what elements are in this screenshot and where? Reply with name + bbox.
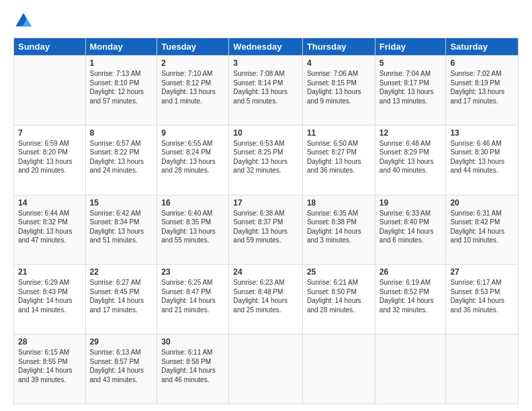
cell-info: Sunrise: 7:04 AMSunset: 8:17 PMDaylight:… <box>380 69 442 105</box>
cell-info: Sunrise: 6:11 AMSunset: 8:58 PMDaylight:… <box>161 348 224 384</box>
calendar-cell: 19Sunrise: 6:33 AMSunset: 8:40 PMDayligh… <box>375 195 446 265</box>
calendar-cell: 12Sunrise: 6:48 AMSunset: 8:29 PMDayligh… <box>375 125 446 195</box>
cell-info: Sunrise: 6:33 AMSunset: 8:40 PMDaylight:… <box>380 209 442 245</box>
calendar-cell: 9Sunrise: 6:55 AMSunset: 8:24 PMDaylight… <box>157 125 229 195</box>
calendar-cell: 29Sunrise: 6:13 AMSunset: 8:57 PMDayligh… <box>85 334 157 404</box>
calendar-cell: 15Sunrise: 6:42 AMSunset: 8:34 PMDayligh… <box>85 195 157 265</box>
calendar-cell: 24Sunrise: 6:23 AMSunset: 8:48 PMDayligh… <box>229 265 303 334</box>
cell-info: Sunrise: 6:21 AMSunset: 8:50 PMDaylight:… <box>307 278 371 314</box>
date-number: 16 <box>161 198 224 208</box>
cell-info: Sunrise: 6:50 AMSunset: 8:27 PMDaylight:… <box>307 139 371 175</box>
cell-info: Sunrise: 6:31 AMSunset: 8:42 PMDaylight:… <box>450 209 514 245</box>
date-number: 21 <box>18 267 81 277</box>
date-number: 27 <box>450 267 514 277</box>
calendar-cell: 23Sunrise: 6:25 AMSunset: 8:47 PMDayligh… <box>157 265 229 334</box>
day-header: Sunday <box>14 38 86 56</box>
calendar-cell: 27Sunrise: 6:17 AMSunset: 8:53 PMDayligh… <box>446 265 519 334</box>
calendar-cell: 22Sunrise: 6:27 AMSunset: 8:45 PMDayligh… <box>85 265 157 334</box>
date-number: 18 <box>307 198 371 208</box>
day-header: Tuesday <box>157 38 229 56</box>
calendar-cell: 18Sunrise: 6:35 AMSunset: 8:38 PMDayligh… <box>302 195 375 265</box>
date-number: 12 <box>380 128 442 138</box>
day-header: Saturday <box>446 38 519 56</box>
cell-info: Sunrise: 6:35 AMSunset: 8:38 PMDaylight:… <box>307 209 371 245</box>
header <box>13 11 519 31</box>
page: SundayMondayTuesdayWednesdayThursdayFrid… <box>0 0 532 411</box>
date-number: 30 <box>161 337 224 347</box>
cell-info: Sunrise: 7:10 AMSunset: 8:12 PMDaylight:… <box>161 69 224 105</box>
date-number: 20 <box>450 198 514 208</box>
calendar-cell: 8Sunrise: 6:57 AMSunset: 8:22 PMDaylight… <box>85 125 157 195</box>
logo <box>13 11 36 31</box>
calendar-header-row: SundayMondayTuesdayWednesdayThursdayFrid… <box>14 38 519 56</box>
cell-info: Sunrise: 7:13 AMSunset: 8:10 PMDaylight:… <box>90 69 153 105</box>
cell-info: Sunrise: 7:08 AMSunset: 8:14 PMDaylight:… <box>233 69 298 105</box>
calendar-cell: 30Sunrise: 6:11 AMSunset: 8:58 PMDayligh… <box>157 334 229 404</box>
calendar-cell <box>446 334 519 404</box>
cell-info: Sunrise: 6:17 AMSunset: 8:53 PMDaylight:… <box>450 278 514 314</box>
cell-info: Sunrise: 6:38 AMSunset: 8:37 PMDaylight:… <box>233 209 298 245</box>
calendar-cell: 28Sunrise: 6:15 AMSunset: 8:55 PMDayligh… <box>14 334 86 404</box>
date-number: 8 <box>90 128 153 138</box>
cell-info: Sunrise: 6:25 AMSunset: 8:47 PMDaylight:… <box>161 278 224 314</box>
date-number: 5 <box>380 58 442 68</box>
calendar-cell: 5Sunrise: 7:04 AMSunset: 8:17 PMDaylight… <box>375 56 446 126</box>
date-number: 10 <box>233 128 298 138</box>
date-number: 17 <box>233 198 298 208</box>
calendar-cell: 25Sunrise: 6:21 AMSunset: 8:50 PMDayligh… <box>302 265 375 334</box>
calendar-cell: 20Sunrise: 6:31 AMSunset: 8:42 PMDayligh… <box>446 195 519 265</box>
date-number: 4 <box>307 58 371 68</box>
calendar-cell: 6Sunrise: 7:02 AMSunset: 8:19 PMDaylight… <box>446 56 519 126</box>
date-number: 15 <box>90 198 153 208</box>
date-number: 2 <box>161 58 224 68</box>
day-header: Monday <box>85 38 157 56</box>
calendar-table: SundayMondayTuesdayWednesdayThursdayFrid… <box>13 38 519 404</box>
calendar-cell <box>375 334 446 404</box>
date-number: 23 <box>161 267 224 277</box>
date-number: 26 <box>380 267 442 277</box>
date-number: 14 <box>18 198 81 208</box>
calendar-cell <box>14 56 86 126</box>
date-number: 25 <box>307 267 371 277</box>
calendar-cell: 2Sunrise: 7:10 AMSunset: 8:12 PMDaylight… <box>157 56 229 126</box>
calendar-cell: 10Sunrise: 6:53 AMSunset: 8:25 PMDayligh… <box>229 125 303 195</box>
calendar-cell <box>302 334 375 404</box>
calendar-week-row: 21Sunrise: 6:29 AMSunset: 8:43 PMDayligh… <box>14 265 519 334</box>
day-header: Friday <box>375 38 446 56</box>
cell-info: Sunrise: 6:46 AMSunset: 8:30 PMDaylight:… <box>450 139 514 175</box>
cell-info: Sunrise: 7:02 AMSunset: 8:19 PMDaylight:… <box>450 69 514 105</box>
date-number: 13 <box>450 128 514 138</box>
date-number: 22 <box>90 267 153 277</box>
cell-info: Sunrise: 6:53 AMSunset: 8:25 PMDaylight:… <box>233 139 298 175</box>
calendar-week-row: 28Sunrise: 6:15 AMSunset: 8:55 PMDayligh… <box>14 334 519 404</box>
calendar-week-row: 14Sunrise: 6:44 AMSunset: 8:32 PMDayligh… <box>14 195 519 265</box>
cell-info: Sunrise: 6:40 AMSunset: 8:35 PMDaylight:… <box>161 209 224 245</box>
date-number: 7 <box>18 128 81 138</box>
calendar-cell: 21Sunrise: 6:29 AMSunset: 8:43 PMDayligh… <box>14 265 86 334</box>
calendar-week-row: 1Sunrise: 7:13 AMSunset: 8:10 PMDaylight… <box>14 56 519 126</box>
cell-info: Sunrise: 6:57 AMSunset: 8:22 PMDaylight:… <box>90 139 153 175</box>
date-number: 24 <box>233 267 298 277</box>
date-number: 28 <box>18 337 81 347</box>
date-number: 1 <box>90 58 153 68</box>
calendar-cell: 26Sunrise: 6:19 AMSunset: 8:52 PMDayligh… <box>375 265 446 334</box>
day-header: Wednesday <box>229 38 303 56</box>
day-header: Thursday <box>302 38 375 56</box>
calendar-cell: 16Sunrise: 6:40 AMSunset: 8:35 PMDayligh… <box>157 195 229 265</box>
cell-info: Sunrise: 6:48 AMSunset: 8:29 PMDaylight:… <box>380 139 442 175</box>
cell-info: Sunrise: 6:27 AMSunset: 8:45 PMDaylight:… <box>90 278 153 314</box>
calendar-cell <box>229 334 303 404</box>
cell-info: Sunrise: 6:19 AMSunset: 8:52 PMDaylight:… <box>380 278 442 314</box>
date-number: 9 <box>161 128 224 138</box>
cell-info: Sunrise: 6:15 AMSunset: 8:55 PMDaylight:… <box>18 348 81 384</box>
cell-info: Sunrise: 6:55 AMSunset: 8:24 PMDaylight:… <box>161 139 224 175</box>
cell-info: Sunrise: 6:29 AMSunset: 8:43 PMDaylight:… <box>18 278 81 314</box>
calendar-cell: 7Sunrise: 6:59 AMSunset: 8:20 PMDaylight… <box>14 125 86 195</box>
cell-info: Sunrise: 6:23 AMSunset: 8:48 PMDaylight:… <box>233 278 298 314</box>
cell-info: Sunrise: 6:44 AMSunset: 8:32 PMDaylight:… <box>18 209 81 245</box>
calendar-cell: 3Sunrise: 7:08 AMSunset: 8:14 PMDaylight… <box>229 56 303 126</box>
calendar-cell: 1Sunrise: 7:13 AMSunset: 8:10 PMDaylight… <box>85 56 157 126</box>
calendar-cell: 11Sunrise: 6:50 AMSunset: 8:27 PMDayligh… <box>302 125 375 195</box>
date-number: 3 <box>233 58 298 68</box>
date-number: 11 <box>307 128 371 138</box>
